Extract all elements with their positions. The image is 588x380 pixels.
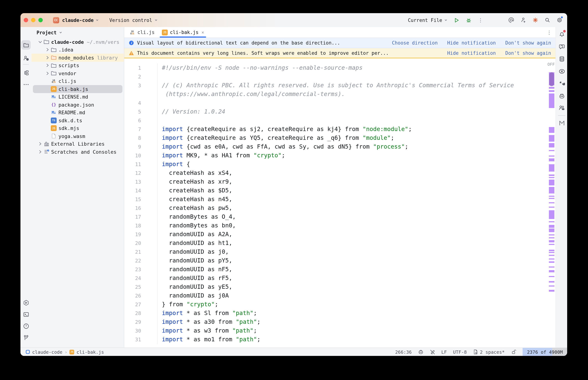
line-number[interactable]: 11 (124, 160, 158, 169)
line-number[interactable]: 17 (124, 212, 158, 221)
line-number[interactable]: 31 (124, 335, 158, 344)
line-number[interactable]: 19 (124, 230, 158, 239)
chevron-right-icon[interactable] (45, 55, 50, 61)
run-icon[interactable] (453, 17, 460, 23)
tree-item--idea[interactable]: .idea (31, 46, 124, 54)
highlighting-off-icon[interactable] (430, 349, 435, 355)
tree-item-yoga-wasm[interactable]: yoga.wasm (31, 132, 124, 140)
line-number[interactable]: 21 (124, 247, 158, 256)
line-number[interactable]: 23 (124, 265, 158, 274)
git-tool-button[interactable] (21, 333, 31, 342)
problems-tool-button[interactable] (21, 321, 31, 331)
project-panel-header[interactable]: Project (31, 27, 124, 38)
tab-cli-bak-js[interactable]: JS cli-bak.js × (158, 27, 208, 38)
bot-icon[interactable] (558, 93, 565, 99)
mention-icon[interactable] (508, 17, 515, 23)
tree-item-readme-md[interactable]: M↓README.md (31, 109, 124, 116)
line-number[interactable]: 13 (124, 177, 158, 186)
services-tool-button[interactable] (21, 298, 31, 307)
database-icon[interactable] (558, 56, 565, 62)
tree-item-sdk-d-ts[interactable]: TSsdk.d.ts (31, 116, 124, 124)
search-icon[interactable] (544, 17, 551, 23)
choose-direction-link[interactable]: Choose direction (392, 40, 438, 46)
tree-item-package-json[interactable]: {}package.json (31, 101, 124, 109)
line-number[interactable]: 1 (124, 63, 158, 72)
project-tool-button[interactable] (21, 40, 31, 50)
line-number[interactable]: 3 (124, 81, 158, 90)
line-number[interactable]: 9 (124, 142, 158, 151)
close-tab-icon[interactable]: × (202, 30, 204, 35)
caret-position-widget[interactable]: 266:36 (395, 349, 412, 355)
tree-item-claude-code[interactable]: claude-code~/.nvm/vers (31, 38, 124, 46)
line-number[interactable]: 14 (124, 186, 158, 195)
line-number[interactable]: 28 (124, 309, 158, 318)
more-tools-button[interactable] (21, 79, 31, 89)
hide-notification-link[interactable]: Hide notification (447, 40, 496, 46)
line-number[interactable]: 22 (124, 256, 158, 265)
pull-requests-tool-button[interactable]: ? (21, 53, 31, 63)
chevron-right-icon[interactable] (45, 63, 50, 68)
close-window-button[interactable] (24, 18, 28, 22)
version-control-menu[interactable]: Version control (109, 17, 158, 23)
chevron-down-icon[interactable] (37, 39, 43, 45)
hide-notification-link[interactable]: Hide notification (447, 50, 496, 56)
tree-item-cli-js[interactable]: 10OJScli.js (31, 77, 124, 85)
tree-item-sdk-mjs[interactable]: JSsdk.mjs (31, 124, 124, 132)
run-configuration-selector[interactable]: Current File (408, 17, 448, 23)
line-number[interactable]: 20 (124, 239, 158, 247)
chevron-right-icon[interactable] (37, 141, 43, 147)
chevron-right-icon[interactable] (45, 71, 50, 76)
tab-options-icon[interactable]: ⋮ (547, 29, 552, 35)
encoding-widget[interactable]: UTF-8 (453, 349, 467, 355)
line-number[interactable]: 27 (124, 300, 158, 309)
breadcrumb-project[interactable]: claude-code (32, 349, 62, 355)
code-with-me-icon[interactable] (558, 104, 565, 111)
line-number[interactable]: 4 (124, 98, 158, 107)
m-plugin-icon[interactable] (558, 120, 565, 126)
more-actions-icon[interactable]: ⋮ (477, 17, 484, 23)
pinwheel-icon[interactable] (558, 80, 565, 87)
line-number[interactable] (124, 90, 158, 98)
settings-icon[interactable] (556, 17, 563, 23)
line-number[interactable]: 10 (124, 151, 158, 160)
code-editor[interactable]: 1#!/usr/bin/env -S node --no-warnings --… (124, 58, 555, 347)
tree-item-scratches-and-consoles[interactable]: Scratches and Consoles (31, 148, 124, 156)
breadcrumb-file[interactable]: cli-bak.js (77, 349, 104, 355)
line-number[interactable]: 6 (124, 116, 158, 125)
circled-x-icon[interactable] (558, 68, 565, 75)
tree-item-vendor[interactable]: vendor (31, 69, 124, 77)
chevron-right-icon[interactable] (45, 47, 50, 53)
editor-scrollbar-stripe[interactable]: OFF (548, 58, 555, 347)
terminal-tool-button[interactable] (21, 309, 31, 319)
ai-assistant-icon[interactable] (558, 43, 565, 50)
chevron-right-icon[interactable] (37, 149, 43, 155)
tree-item-external-libraries[interactable]: External Libraries (31, 140, 124, 148)
line-separator-widget[interactable]: LF (441, 349, 447, 355)
line-number[interactable]: 8 (124, 133, 158, 142)
zoom-window-button[interactable] (38, 18, 43, 22)
copilot-icon[interactable] (418, 349, 423, 355)
tree-item-node-modules[interactable]: node_moduleslibrary (31, 54, 124, 61)
line-number[interactable]: 26 (124, 291, 158, 300)
structure-tool-button[interactable] (21, 68, 31, 77)
line-number[interactable]: 12 (124, 169, 158, 177)
tree-item-scripts[interactable]: scripts (31, 61, 124, 69)
dont-show-again-link[interactable]: Don't show again (506, 40, 551, 46)
line-number[interactable]: 2 (124, 72, 158, 81)
project-selector[interactable]: claude-code (62, 17, 99, 23)
line-number[interactable]: 16 (124, 204, 158, 212)
notifications-bell-icon[interactable] (558, 31, 565, 37)
indent-widget[interactable]: 2 spaces* (473, 349, 505, 355)
line-number[interactable]: 15 (124, 195, 158, 204)
tree-item-license-md[interactable]: M↓LICENSE.md (31, 93, 124, 101)
debug-icon[interactable] (465, 17, 472, 23)
memory-indicator-widget[interactable]: 2376 of 4900M (523, 348, 567, 356)
scrollbar-thumb[interactable] (549, 72, 554, 86)
line-number[interactable]: 30 (124, 326, 158, 335)
line-number[interactable]: 29 (124, 318, 158, 326)
add-user-icon[interactable] (520, 17, 527, 23)
dont-show-again-link[interactable]: Don't show again (506, 50, 551, 56)
line-number[interactable]: 5 (124, 107, 158, 116)
unlocked-icon[interactable] (511, 349, 516, 355)
minimize-window-button[interactable] (31, 18, 36, 22)
